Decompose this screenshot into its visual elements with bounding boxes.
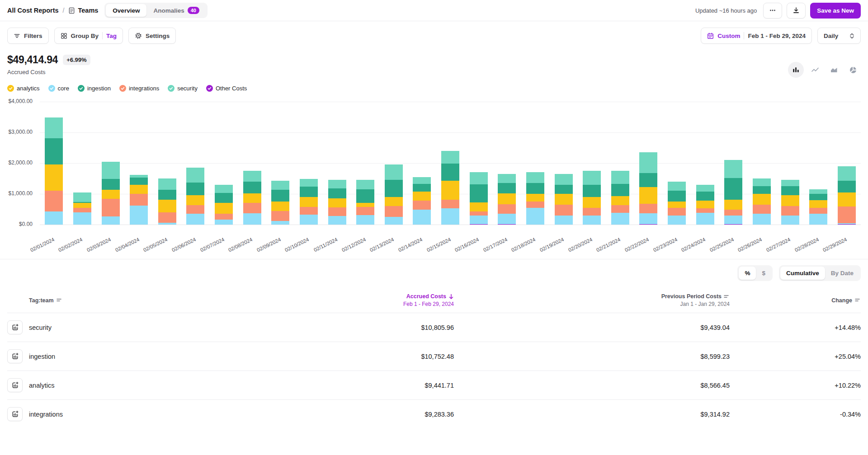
bar-segment-security[interactable] xyxy=(271,181,289,190)
bar-segment-analytics[interactable] xyxy=(611,196,629,205)
bar-segment-core[interactable] xyxy=(215,220,233,225)
date-range-button[interactable]: Custom Feb 1 - Feb 29, 2024 xyxy=(701,28,812,44)
bar-segment-integrations[interactable] xyxy=(668,208,686,216)
download-button[interactable] xyxy=(787,3,806,19)
bar-segment-core[interactable] xyxy=(526,208,544,225)
bar-segment-other-costs[interactable] xyxy=(724,224,742,225)
bar-segment-integrations[interactable] xyxy=(470,211,488,216)
settings-button[interactable]: Settings xyxy=(128,28,176,44)
bar-segment-core[interactable] xyxy=(130,206,148,225)
bar-segment-security[interactable] xyxy=(611,171,629,184)
column-header-previous[interactable]: Previous Period Costs Jan 1 - Jan 29, 20… xyxy=(454,293,730,307)
bar-segment-core[interactable] xyxy=(639,213,657,224)
bar-segment-ingestion[interactable] xyxy=(555,185,573,194)
bar-segment-ingestion[interactable] xyxy=(526,183,544,194)
bar-segment-integrations[interactable] xyxy=(215,214,233,220)
bar-segment-ingestion[interactable] xyxy=(186,183,204,196)
bar-segment-analytics[interactable] xyxy=(668,202,686,208)
bar-segment-core[interactable] xyxy=(583,216,601,225)
bar-segment-analytics[interactable] xyxy=(753,194,771,205)
bar-segment-analytics[interactable] xyxy=(583,197,601,208)
bar-segment-security[interactable] xyxy=(753,178,771,186)
bar-segment-integrations[interactable] xyxy=(611,205,629,213)
bar-segment-analytics[interactable] xyxy=(45,164,63,191)
bar-segment-other-costs[interactable] xyxy=(498,224,516,225)
bar-chart-button[interactable] xyxy=(788,62,804,78)
bar-segment-integrations[interactable] xyxy=(130,194,148,206)
bar-segment-analytics[interactable] xyxy=(809,200,827,208)
bar-segment-security[interactable] xyxy=(243,171,261,182)
bar-segment-integrations[interactable] xyxy=(555,205,573,216)
bar-segment-analytics[interactable] xyxy=(781,195,799,206)
bar-segment-integrations[interactable] xyxy=(356,207,374,215)
bar-segment-integrations[interactable] xyxy=(583,208,601,216)
bar-segment-core[interactable] xyxy=(668,216,686,225)
bar-segment-core[interactable] xyxy=(186,214,204,225)
column-header-change[interactable]: Change xyxy=(730,297,861,304)
line-chart-button[interactable] xyxy=(807,62,823,78)
legend-item-security[interactable]: security xyxy=(168,85,198,92)
bar-segment-integrations[interactable] xyxy=(300,207,318,215)
legend-item-core[interactable]: core xyxy=(48,85,69,92)
bar-segment-ingestion[interactable] xyxy=(413,184,431,192)
bar-segment-security[interactable] xyxy=(809,189,827,194)
group-by-button[interactable]: Group By Tag xyxy=(54,28,123,44)
bar-segment-core[interactable] xyxy=(441,208,459,225)
bar-segment-core[interactable] xyxy=(781,216,799,225)
bar-segment-ingestion[interactable] xyxy=(724,178,742,200)
bar-segment-core[interactable] xyxy=(555,216,573,225)
bar-segment-security[interactable] xyxy=(158,178,176,189)
bar-segment-ingestion[interactable] xyxy=(838,181,856,192)
area-chart-button[interactable] xyxy=(826,62,842,78)
bar-segment-ingestion[interactable] xyxy=(696,192,714,201)
granularity-select[interactable]: Daily xyxy=(817,28,861,44)
bar-segment-integrations[interactable] xyxy=(441,200,459,208)
bar-segment-ingestion[interactable] xyxy=(498,183,516,194)
bar-segment-core[interactable] xyxy=(724,216,742,224)
bar-segment-security[interactable] xyxy=(73,192,91,202)
bar-segment-core[interactable] xyxy=(243,213,261,225)
add-to-chart-button[interactable] xyxy=(7,378,23,392)
bar-segment-ingestion[interactable] xyxy=(271,190,289,202)
bar-segment-security[interactable] xyxy=(498,174,516,183)
bar-segment-security[interactable] xyxy=(186,168,204,183)
bar-segment-integrations[interactable] xyxy=(724,210,742,216)
column-header-accrued[interactable]: Accrued Costs Feb 1 - Feb 29, 2024 xyxy=(264,293,454,307)
bar-segment-integrations[interactable] xyxy=(158,212,176,222)
bar-segment-ingestion[interactable] xyxy=(611,184,629,196)
bar-segment-security[interactable] xyxy=(639,152,657,173)
bar-segment-integrations[interactable] xyxy=(809,208,827,214)
bar-segment-integrations[interactable] xyxy=(639,204,657,213)
bar-segment-security[interactable] xyxy=(583,171,601,185)
bar-segment-integrations[interactable] xyxy=(328,207,346,216)
bar-segment-ingestion[interactable] xyxy=(809,194,827,200)
bar-segment-core[interactable] xyxy=(356,215,374,225)
bar-segment-analytics[interactable] xyxy=(413,192,431,201)
bar-segment-core[interactable] xyxy=(470,216,488,224)
add-to-chart-button[interactable] xyxy=(7,407,23,421)
bar-segment-ingestion[interactable] xyxy=(470,184,488,202)
bar-segment-other-costs[interactable] xyxy=(639,224,657,225)
more-actions-button[interactable] xyxy=(763,3,782,19)
bar-segment-analytics[interactable] xyxy=(639,187,657,204)
bar-segment-security[interactable] xyxy=(356,180,374,189)
bar-segment-analytics[interactable] xyxy=(158,200,176,213)
bar-segment-analytics[interactable] xyxy=(441,181,459,200)
dollar-toggle-button[interactable]: $ xyxy=(756,267,771,280)
bar-segment-security[interactable] xyxy=(838,166,856,181)
by-date-toggle-button[interactable]: By Date xyxy=(825,267,859,280)
bar-segment-analytics[interactable] xyxy=(838,192,856,206)
tab-anomalies[interactable]: Anomalies 40 xyxy=(146,4,206,17)
bar-segment-security[interactable] xyxy=(668,182,686,191)
bar-segment-core[interactable] xyxy=(696,213,714,225)
bar-segment-ingestion[interactable] xyxy=(130,178,148,185)
bar-segment-security[interactable] xyxy=(385,164,403,180)
bar-segment-core[interactable] xyxy=(300,215,318,225)
bar-segment-analytics[interactable] xyxy=(271,202,289,211)
tab-overview[interactable]: Overview xyxy=(106,4,146,17)
legend-item-ingestion[interactable]: ingestion xyxy=(78,85,111,92)
bar-segment-integrations[interactable] xyxy=(385,206,403,217)
add-to-chart-button[interactable] xyxy=(7,320,23,334)
bar-segment-core[interactable] xyxy=(498,214,516,225)
bar-segment-ingestion[interactable] xyxy=(441,164,459,181)
